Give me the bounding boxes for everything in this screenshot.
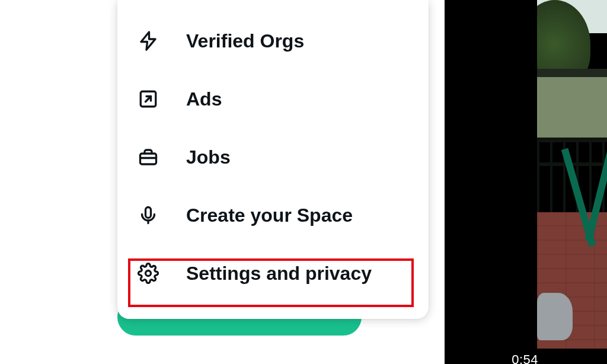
svg-point-7	[146, 271, 151, 276]
video-timecode: 0:54	[512, 352, 538, 364]
gear-icon	[138, 263, 186, 284]
svg-rect-5	[146, 207, 151, 218]
menu-item-label: Jobs	[186, 146, 231, 168]
microphone-icon	[138, 205, 186, 226]
menu-item-label: Verified Orgs	[186, 30, 304, 52]
svg-marker-0	[141, 32, 155, 50]
menu-item-label: Create your Space	[186, 205, 353, 226]
menu-item-settings-privacy[interactable]: Settings and privacy	[117, 244, 429, 302]
menu-item-create-space[interactable]: Create your Space	[117, 186, 429, 244]
menu-item-verified-orgs[interactable]: Verified Orgs	[117, 12, 429, 70]
briefcase-icon	[138, 146, 186, 168]
lightning-icon	[138, 30, 186, 52]
menu-item-jobs[interactable]: Jobs	[117, 128, 429, 186]
menu-item-ads[interactable]: Ads	[117, 70, 429, 128]
more-menu: Verified Orgs Ads Jobs	[117, 0, 429, 319]
video-sidebar: 0:54	[445, 0, 607, 364]
menu-item-label: Ads	[186, 88, 222, 110]
menu-item-label: Settings and privacy	[186, 263, 372, 285]
video-thumbnail[interactable]	[537, 0, 607, 364]
arrow-out-square-icon	[138, 88, 186, 110]
